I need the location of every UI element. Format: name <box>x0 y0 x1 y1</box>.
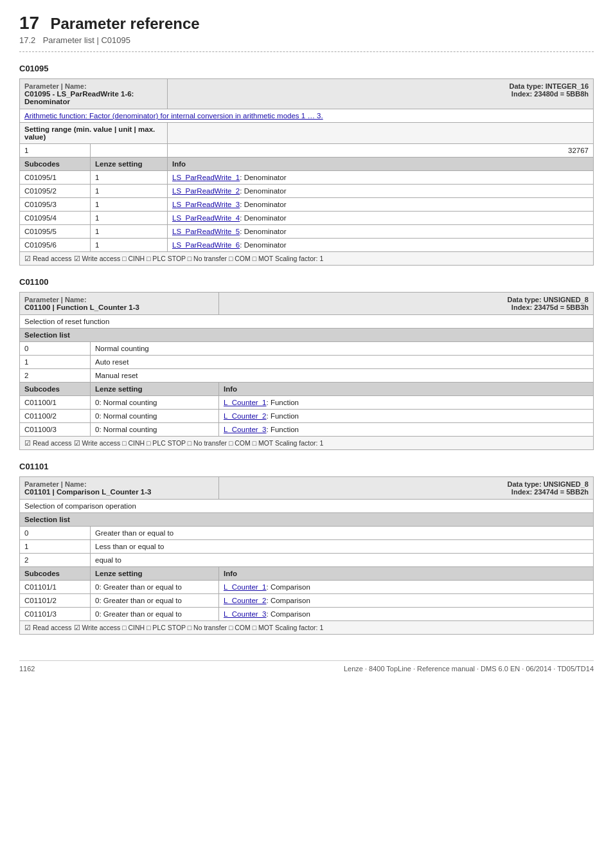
table-row: C01095/6 1 LS_ParReadWrite_6: Denominato… <box>20 239 594 252</box>
c01100-description: Selection of reset function <box>20 315 594 329</box>
c01100-footer: ☑ Read access ☑ Write access □ CINH □ PL… <box>20 437 594 450</box>
table-row: C01095/2 1 LS_ParReadWrite_2: Denominato… <box>20 185 594 198</box>
table-row: 2 Manual reset <box>20 369 594 383</box>
table-row: C01101/1 0: Greater than or equal to L_C… <box>20 581 594 594</box>
section-title: Parameter list | C01095 <box>43 35 130 45</box>
c01095-footer: ☑ Read access ☑ Write access □ CINH □ PL… <box>20 252 594 266</box>
c01095-range-max: 32767 <box>168 144 594 158</box>
c01100-3-lenze: 0: Normal counting <box>91 423 219 437</box>
c01095-1-info: LS_ParReadWrite_1: Denominator <box>168 171 594 185</box>
c01095-3-code: C01095/3 <box>20 198 91 212</box>
chapter-title: Parameter reference <box>51 15 200 32</box>
table-row: C01095/5 1 LS_ParReadWrite_5: Denominato… <box>20 225 594 239</box>
c01101-param-name: Parameter | Name: C01101 | Comparison L_… <box>20 477 219 500</box>
c01101-3-lenze: 0: Greater than or equal to <box>91 608 219 621</box>
c01100-sel-0-label: Normal counting <box>91 342 594 356</box>
c01101-lenze-col: Lenze setting <box>91 567 219 581</box>
table-row: 0 Greater than or equal to <box>20 527 594 540</box>
c01100-sel-1-val: 1 <box>20 356 91 369</box>
c01095-lenze-col: Lenze setting <box>91 158 168 171</box>
c01095-5-info: LS_ParReadWrite_5: Denominator <box>168 225 594 239</box>
c01100-sel-0-val: 0 <box>20 342 91 356</box>
c01095-1-code: C01095/1 <box>20 171 91 185</box>
c01101-sel-0-val: 0 <box>20 527 91 540</box>
c01101-footer: ☑ Read access ☑ Write access □ CINH □ PL… <box>20 621 594 635</box>
c01100-sel-1-label: Auto reset <box>91 356 594 369</box>
c01100-1-code: C01100/1 <box>20 396 91 410</box>
c01095-4-code: C01095/4 <box>20 212 91 225</box>
table-row: C01100/2 0: Normal counting L_Counter_2:… <box>20 410 594 423</box>
c01100-info-col: Info <box>219 383 594 396</box>
c01101-3-info: L_Counter_3: Comparison <box>219 608 594 621</box>
page-number: 1162 <box>19 665 35 673</box>
c01095-param-name: Parameter | Name: C01095 - LS_ParReadWri… <box>20 79 168 109</box>
c01100-subcodes-col: Subcodes <box>20 383 91 396</box>
table-row: C01095/4 1 LS_ParReadWrite_4: Denominato… <box>20 212 594 225</box>
c01101-table: Parameter | Name: C01101 | Comparison L_… <box>19 476 594 635</box>
c01095-info-col: Info <box>168 158 594 171</box>
c01100-3-info: L_Counter_3: Function <box>219 423 594 437</box>
c01095-3-info: LS_ParReadWrite_3: Denominator <box>168 198 594 212</box>
c01101-subcodes-col: Subcodes <box>20 567 91 581</box>
c01100-1-lenze: 0: Normal counting <box>91 396 219 410</box>
c01095-range-label: Setting range (min. value | unit | max. … <box>20 123 168 144</box>
c01095-description: Arithmetic function: Factor (denominator… <box>20 109 594 123</box>
c01095-range-spacer <box>91 144 168 158</box>
table-row: C01101/2 0: Greater than or equal to L_C… <box>20 594 594 608</box>
table-row: C01100/3 0: Normal counting L_Counter_3:… <box>20 423 594 437</box>
c01100-2-code: C01100/2 <box>20 410 91 423</box>
c01095-2-lenze: 1 <box>91 185 168 198</box>
c01101-2-code: C01101/2 <box>20 594 91 608</box>
c01095-3-lenze: 1 <box>91 198 168 212</box>
table-row: C01100/1 0: Normal counting L_Counter_1:… <box>20 396 594 410</box>
c01101-1-code: C01101/1 <box>20 581 91 594</box>
c01100-sel-2-label: Manual reset <box>91 369 594 383</box>
c01095-datatype: Data type: INTEGER_16 Index: 23480d = 5B… <box>168 79 594 109</box>
c01095-4-lenze: 1 <box>91 212 168 225</box>
chapter-number: 17 <box>19 13 39 33</box>
c01095-5-lenze: 1 <box>91 225 168 239</box>
c01095-table: Parameter | Name: C01095 - LS_ParReadWri… <box>19 78 594 266</box>
c01101-2-info: L_Counter_2: Comparison <box>219 594 594 608</box>
c01095-4-info: LS_ParReadWrite_4: Denominator <box>168 212 594 225</box>
c01101-sel-1-val: 1 <box>20 540 91 554</box>
c01100-sel-2-val: 2 <box>20 369 91 383</box>
table-row: 1 Less than or equal to <box>20 540 594 554</box>
table-row: 0 Normal counting <box>20 342 594 356</box>
table-row: C01095/3 1 LS_ParReadWrite_3: Denominato… <box>20 198 594 212</box>
c01095-6-lenze: 1 <box>91 239 168 252</box>
c01095-2-code: C01095/2 <box>20 185 91 198</box>
table-row: C01095/1 1 LS_ParReadWrite_1: Denominato… <box>20 171 594 185</box>
header-divider <box>19 51 594 52</box>
section-c01100-label: C01100 <box>19 277 594 287</box>
c01101-sel-0-label: Greater than or equal to <box>91 527 594 540</box>
c01101-info-col: Info <box>219 567 594 581</box>
c01101-1-lenze: 0: Greater than or equal to <box>91 581 219 594</box>
c01101-1-info: L_Counter_1: Comparison <box>219 581 594 594</box>
c01095-range-min: 1 <box>20 144 91 158</box>
c01095-5-code: C01095/5 <box>20 225 91 239</box>
c01100-2-lenze: 0: Normal counting <box>91 410 219 423</box>
c01100-selection-list-label: Selection list <box>20 329 594 342</box>
section-number: 17.2 <box>19 35 35 45</box>
section-c01095-label: C01095 <box>19 64 594 73</box>
c01095-2-info: LS_ParReadWrite_2: Denominator <box>168 185 594 198</box>
table-row: C01101/3 0: Greater than or equal to L_C… <box>20 608 594 621</box>
table-row: 2 equal to <box>20 554 594 567</box>
c01095-6-info: LS_ParReadWrite_6: Denominator <box>168 239 594 252</box>
c01095-subcodes-col: Subcodes <box>20 158 91 171</box>
c01100-2-info: L_Counter_2: Function <box>219 410 594 423</box>
c01095-range-value <box>168 123 594 144</box>
page-copyright: Lenze · 8400 TopLine · Reference manual … <box>344 665 594 673</box>
table-row: 1 Auto reset <box>20 356 594 369</box>
c01095-1-lenze: 1 <box>91 171 168 185</box>
c01101-2-lenze: 0: Greater than or equal to <box>91 594 219 608</box>
c01100-datatype: Data type: UNSIGNED_8 Index: 23475d = 5B… <box>219 293 594 315</box>
page-footer: 1162 Lenze · 8400 TopLine · Reference ma… <box>19 660 594 673</box>
c01100-table: Parameter | Name: C01100 | Function L_Co… <box>19 292 594 450</box>
c01101-3-code: C01101/3 <box>20 608 91 621</box>
c01100-param-name: Parameter | Name: C01100 | Function L_Co… <box>20 293 219 315</box>
c01095-6-code: C01095/6 <box>20 239 91 252</box>
section-c01101-label: C01101 <box>19 462 594 471</box>
c01101-sel-2-val: 2 <box>20 554 91 567</box>
